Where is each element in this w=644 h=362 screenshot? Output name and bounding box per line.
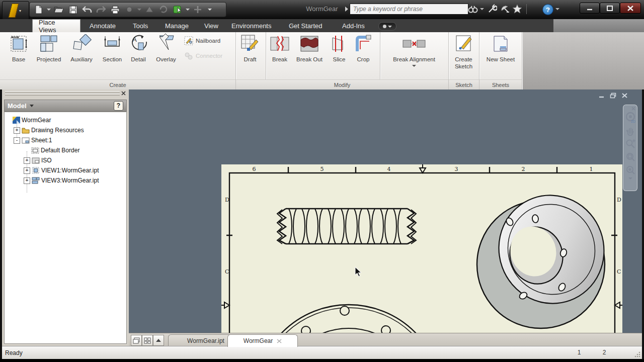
crop-button[interactable]: Crop (351, 33, 375, 78)
collapse-icon[interactable]: - (14, 137, 20, 144)
nailboard-button[interactable]: Nailboard (184, 36, 220, 45)
home-view-caret-icon[interactable] (137, 9, 141, 11)
expand-tabs-button[interactable] (153, 335, 164, 346)
break-out-button[interactable]: Break Out (293, 33, 326, 78)
tree-item-label[interactable]: Sheet:1 (31, 137, 52, 144)
tree-item-view1[interactable]: + VIEW1:WormGear.ipt (5, 165, 126, 175)
tree-item-label[interactable]: VIEW3:WormGear.ipt (41, 177, 99, 184)
tree-item-default-border[interactable]: Default Border (5, 145, 126, 155)
doc-tab-wormgear-dwg[interactable]: WormGear (227, 334, 298, 347)
sheet-page-1[interactable]: 1 (572, 349, 587, 356)
drawing-sheet[interactable]: 6 5 4 3 2 1 D C D C (221, 164, 624, 333)
create-sketch-button[interactable]: Create Sketch (449, 33, 478, 78)
refresh-button[interactable] (157, 4, 170, 15)
expand-icon[interactable]: + (24, 167, 30, 174)
satellite-icon[interactable] (500, 4, 510, 14)
tab-place-views[interactable]: Place Views (32, 19, 80, 32)
update-button[interactable] (143, 4, 155, 15)
tree-item-iso[interactable]: + ISO (5, 155, 126, 165)
inventor-app-menu-button[interactable]: ▾ (2, 1, 29, 20)
save-button[interactable] (67, 4, 79, 15)
doc-tab-close-icon[interactable] (277, 339, 282, 343)
sheets-panel-footer[interactable]: Sheets (479, 79, 522, 90)
favorites-star-icon[interactable] (512, 4, 522, 14)
search-binoculars-icon[interactable] (468, 5, 478, 14)
doc-restore-icon[interactable] (610, 93, 616, 99)
auxiliary-view-button[interactable]: Auxiliary (65, 33, 98, 78)
drawing-canvas[interactable]: 6 5 4 3 2 1 D C D C (129, 89, 642, 333)
overlay-view-button[interactable]: Overlay (151, 33, 181, 78)
new-file-button[interactable] (33, 4, 45, 15)
tab-tools[interactable]: Tools (127, 19, 154, 32)
tab-get-started[interactable]: Get Started (283, 19, 328, 32)
tile-windows-button[interactable] (142, 335, 153, 346)
slice-button[interactable]: Slice (328, 33, 350, 78)
close-button[interactable] (620, 3, 641, 14)
help-button[interactable]: ? (542, 4, 553, 15)
redo-button[interactable] (95, 4, 107, 15)
zoom-plus-icon[interactable] (625, 137, 635, 150)
sheet-page-2[interactable]: 2 (597, 349, 612, 356)
tree-item-view3[interactable]: + VIEW3:WormGear.ipt (5, 175, 126, 186)
home-view-button[interactable] (123, 4, 135, 15)
tree-item-label[interactable]: WormGear (22, 117, 51, 124)
resize-grip[interactable] (634, 351, 641, 358)
zoom-selected-icon[interactable] (625, 163, 635, 176)
qat-customize-caret-icon[interactable] (208, 9, 212, 11)
tree-item-sheet1[interactable]: - Sheet:1 (5, 135, 126, 145)
undo-button[interactable] (81, 4, 93, 15)
search-options-caret-icon[interactable] (480, 8, 484, 10)
break-button[interactable]: Break (268, 33, 292, 78)
expand-icon[interactable]: + (24, 157, 30, 164)
wrench-icon[interactable] (487, 4, 497, 14)
expand-icon[interactable]: + (14, 127, 20, 134)
zoom-window-icon[interactable] (625, 150, 635, 163)
draft-button[interactable]: Draft (236, 33, 264, 78)
browser-help-button[interactable]: ? (114, 101, 123, 111)
search-input[interactable] (350, 4, 468, 15)
tab-environments[interactable]: Environments (225, 19, 277, 32)
print-button[interactable] (109, 4, 121, 15)
sketch-panel-footer[interactable]: Sketch (449, 79, 479, 90)
browser-title[interactable]: Model (8, 102, 27, 110)
tree-item-label[interactable]: ISO (41, 157, 52, 164)
detail-view-button[interactable]: A Detail (125, 33, 152, 78)
connector-button[interactable]: Connector (184, 51, 222, 60)
section-view-button[interactable]: Section (98, 33, 127, 78)
tree-item-label[interactable]: Drawing Resources (31, 127, 84, 134)
break-alignment-button[interactable]: Break Alignment (383, 33, 445, 78)
tab-manage[interactable]: Manage (159, 19, 195, 32)
base-view-button[interactable]: Base (4, 33, 33, 78)
tab-view[interactable]: View (198, 19, 224, 32)
new-sheet-button[interactable]: New Sheet (482, 33, 519, 78)
select-button[interactable] (172, 4, 184, 15)
cascade-windows-button[interactable] (131, 335, 142, 346)
browser-grip-bar[interactable] (2, 89, 129, 97)
ribbon-display-toggle[interactable] (378, 22, 396, 31)
create-panel-footer[interactable]: Create (0, 79, 235, 90)
doc-minimize-icon[interactable] (598, 93, 605, 99)
add-command-button[interactable] (192, 4, 204, 15)
tree-item-drawing-resources[interactable]: + Drawing Resources (5, 125, 126, 135)
tab-add-ins[interactable]: Add-Ins (336, 19, 371, 32)
tree-item-label[interactable]: VIEW1:WormGear.ipt (41, 167, 99, 174)
tree-item-label[interactable]: Default Border (41, 147, 79, 154)
search-expand-icon[interactable] (345, 7, 348, 12)
open-button[interactable] (53, 4, 65, 15)
pan-hand-icon[interactable] (625, 124, 635, 137)
browser-close-icon[interactable] (121, 90, 127, 97)
projected-view-button[interactable]: Projected (32, 33, 65, 78)
tab-annotate[interactable]: Annotate (84, 19, 122, 32)
tree-item-wormgear[interactable]: WormGear (5, 115, 126, 125)
new-file-caret-icon[interactable] (47, 9, 51, 11)
expand-icon[interactable]: + (24, 177, 30, 184)
steering-wheel-icon[interactable]: 2D (624, 111, 636, 124)
browser-title-caret-icon[interactable] (30, 105, 34, 107)
navbar-close-icon[interactable] (624, 106, 636, 111)
minimize-button[interactable] (580, 3, 600, 14)
help-caret-icon[interactable] (555, 8, 559, 10)
modify-panel-footer[interactable]: Modify (236, 79, 448, 90)
select-caret-icon[interactable] (186, 9, 190, 11)
doc-close-icon[interactable] (621, 93, 628, 99)
maximize-button[interactable] (600, 3, 620, 14)
